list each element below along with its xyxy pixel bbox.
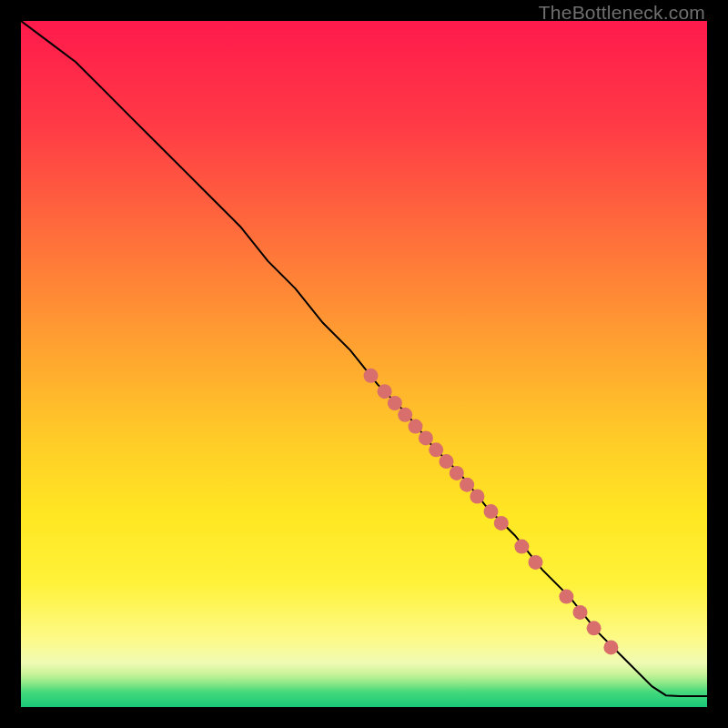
highlight-dot (419, 430, 433, 445)
highlight-dot (378, 384, 392, 399)
highlight-dot (364, 369, 379, 383)
highlight-dot (559, 590, 573, 604)
highlight-dot (388, 396, 402, 410)
highlight-dot (398, 408, 412, 422)
plot-area (21, 21, 707, 707)
highlight-dot (529, 555, 543, 570)
chart-overlay (21, 21, 707, 707)
chart-frame: TheBottleneck.com (0, 0, 728, 728)
highlight-dot (587, 621, 602, 635)
main-curve (21, 21, 707, 696)
highlight-dot (573, 605, 588, 620)
highlight-dot (494, 516, 509, 531)
highlight-dot (514, 540, 529, 554)
highlight-dot (460, 478, 474, 492)
highlight-dot (484, 504, 499, 519)
highlight-dot (409, 420, 423, 434)
highlight-dot (470, 490, 484, 504)
highlight-dots-group (364, 369, 619, 655)
highlight-dot (603, 640, 618, 654)
highlight-dot (450, 466, 464, 480)
highlight-dot (429, 442, 443, 457)
watermark-text: TheBottleneck.com (539, 2, 705, 24)
highlight-dot (440, 454, 454, 469)
